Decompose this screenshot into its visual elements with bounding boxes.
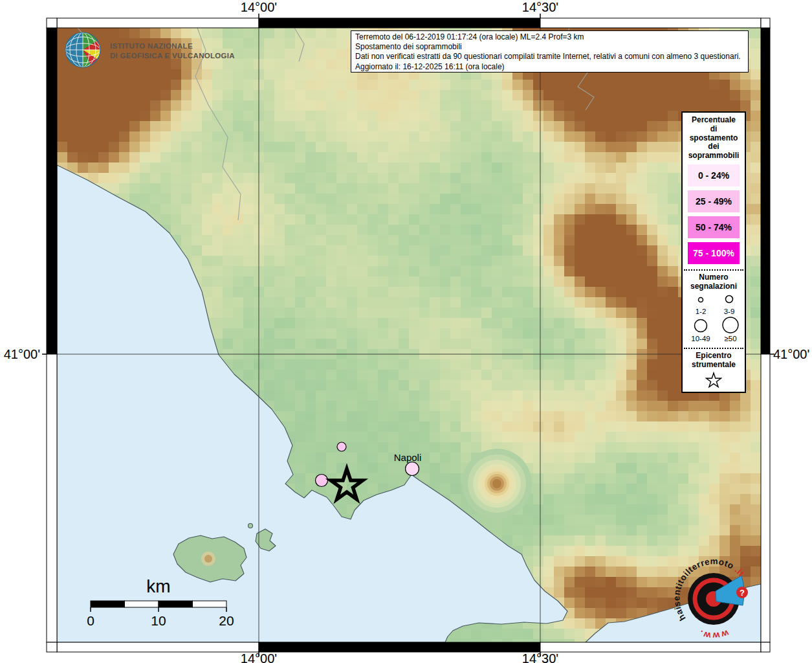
felt-report-marker bbox=[406, 462, 419, 476]
map-stage: Napoli km 0 10 20 bbox=[0, 0, 812, 663]
legend-epicenter-star-icon bbox=[705, 372, 722, 388]
ingv-logo-line2: DI GEOFISICA E VULCANOLOGIA bbox=[110, 52, 235, 60]
size-icon-1-2 bbox=[699, 297, 703, 302]
legend-epicenter-title: Epicentro strumentale bbox=[683, 351, 745, 369]
event-info-line3: Dati non verificati estratti da 90 quest… bbox=[355, 52, 744, 62]
islet bbox=[248, 524, 253, 528]
size-icon-10-49 bbox=[695, 319, 707, 332]
size-icon-3-9 bbox=[726, 295, 733, 302]
axis-label-bottom-lon2: 14°30' bbox=[522, 651, 558, 663]
svg-text:?: ? bbox=[740, 588, 745, 598]
svg-text:≥50: ≥50 bbox=[724, 335, 736, 343]
legend-class-swatch-2: 50 - 74% bbox=[688, 216, 740, 238]
felt-report-marker bbox=[316, 475, 328, 487]
legend-class-swatch-1: 25 - 49% bbox=[688, 190, 740, 212]
city-label-napoli: Napoli bbox=[394, 452, 422, 463]
question-badge-icon: ? bbox=[736, 587, 748, 598]
scale-tick-0: 0 bbox=[87, 613, 94, 628]
event-info-line2: Spostamento dei soprammobili bbox=[355, 42, 744, 52]
legend-separator bbox=[684, 348, 743, 349]
ischia-peak bbox=[204, 555, 212, 563]
event-info-box: Terremoto del 06-12-2019 01:17:24 (ora l… bbox=[351, 30, 749, 73]
legend-reports-title: Numero segnalazioni bbox=[683, 273, 745, 291]
legend-title: Percentuale di spostamento dei soprammob… bbox=[683, 116, 745, 161]
legend-report-sizes: 1-2 3-9 10-49 ≥50 bbox=[683, 291, 745, 343]
ingv-globe-icon bbox=[65, 32, 100, 67]
axis-label-top-lon2: 14°30' bbox=[522, 0, 558, 15]
legend-class-swatch-0: 0 - 24% bbox=[688, 164, 740, 186]
ingv-logo-line1: ISTITUTO NAZIONALE bbox=[110, 42, 193, 50]
legend-class-swatch-3: 75 - 100% bbox=[688, 242, 740, 264]
scale-tick-10: 10 bbox=[151, 613, 166, 628]
svg-text:3-9: 3-9 bbox=[724, 308, 735, 315]
event-info-line4: Aggiornato il: 16-12-2025 16:11 (ora loc… bbox=[355, 62, 744, 72]
axis-label-left-lat: 41°00' bbox=[0, 347, 40, 362]
svg-text:10-49: 10-49 bbox=[691, 335, 710, 343]
legend: Percentuale di spostamento dei soprammob… bbox=[681, 111, 746, 393]
scale-bar-unit: km bbox=[146, 576, 170, 596]
felt-report-marker bbox=[337, 442, 346, 451]
event-info-line1: Terremoto del 06-12-2019 01:17:24 (ora l… bbox=[355, 32, 744, 42]
legend-separator bbox=[684, 269, 743, 271]
size-icon-50plus bbox=[723, 317, 738, 333]
axis-label-top-lon1: 14°00' bbox=[241, 0, 277, 15]
axis-label-bottom-lon1: 14°00' bbox=[241, 651, 277, 663]
scale-tick-20: 20 bbox=[219, 613, 234, 628]
vesuvius-volcano bbox=[462, 449, 532, 519]
svg-text:1-2: 1-2 bbox=[696, 308, 707, 315]
axis-label-right-lat: 41°00' bbox=[773, 347, 809, 362]
